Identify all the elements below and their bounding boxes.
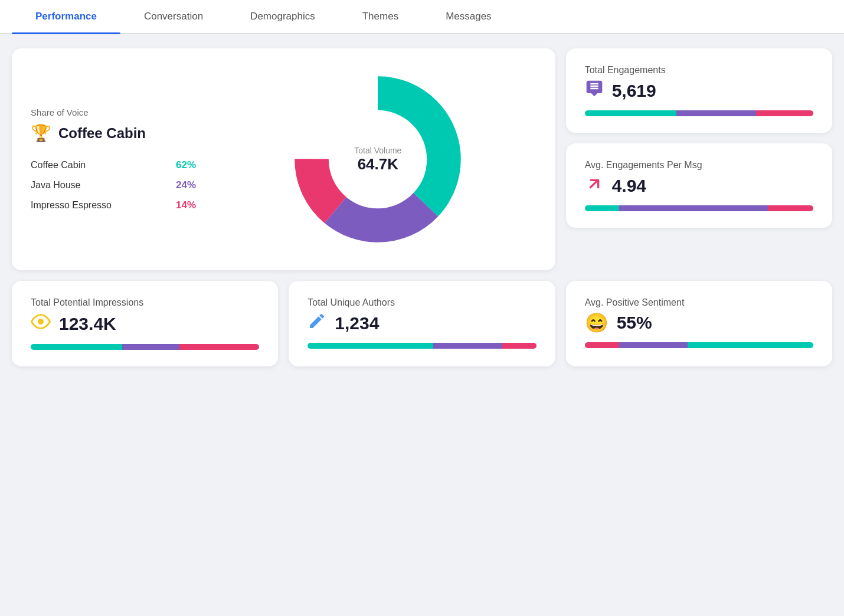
total-engagements-row: 5,619 <box>585 79 813 102</box>
sov-item-name-1: Java House <box>31 180 81 191</box>
avg-engagements-card: Avg. Engagements Per Msg 4.94 <box>566 143 832 228</box>
avg-engagements-title: Avg. Engagements Per Msg <box>585 160 813 171</box>
sov-label: Share of Voice <box>31 107 196 117</box>
smile-icon: 😄 <box>585 312 609 334</box>
sov-items: Coffee Cabin 62% Java House 24% Impresso… <box>31 159 196 211</box>
avg-engagements-row: 4.94 <box>585 174 813 197</box>
tab-messages[interactable]: Messages <box>422 0 515 33</box>
tab-demographics[interactable]: Demographics <box>227 0 339 33</box>
sov-brand-name: Coffee Cabin <box>58 125 146 142</box>
total-authors-row: 1,234 <box>307 312 536 335</box>
sov-item-impresso: Impresso Espresso 14% <box>31 199 196 211</box>
avg-sentiment-bar <box>585 342 813 348</box>
share-of-voice-card: Share of Voice 🏆 Coffee Cabin Coffee Cab… <box>12 48 555 270</box>
total-authors-bar <box>307 343 536 349</box>
tab-conversation[interactable]: Conversation <box>120 0 227 33</box>
sov-item-pct-0: 62% <box>176 159 196 171</box>
trophy-icon: 🏆 <box>31 123 51 143</box>
avg-sentiment-card: Avg. Positive Sentiment 😄 55% <box>566 281 832 366</box>
eye-icon <box>31 312 51 336</box>
sov-item-pct-2: 14% <box>176 199 196 211</box>
sov-item-coffee-cabin: Coffee Cabin 62% <box>31 159 196 171</box>
total-impressions-bar <box>31 344 259 350</box>
svg-point-3 <box>38 319 44 325</box>
total-impressions-title: Total Potential Impressions <box>31 297 259 308</box>
donut-container: Total Volume 64.7K <box>283 65 472 254</box>
donut-center-label: Total Volume <box>354 146 401 155</box>
avg-sentiment-value: 55% <box>617 313 652 333</box>
avg-sentiment-row: 😄 55% <box>585 312 813 334</box>
total-impressions-card: Total Potential Impressions 123.4K <box>12 281 278 366</box>
tab-themes[interactable]: Themes <box>339 0 422 33</box>
total-authors-card: Total Unique Authors 1,234 <box>289 281 555 366</box>
total-impressions-value: 123.4K <box>59 314 116 334</box>
sov-brand: 🏆 Coffee Cabin <box>31 123 196 143</box>
tab-performance[interactable]: Performance <box>12 0 120 33</box>
sov-item-name-0: Coffee Cabin <box>31 160 86 171</box>
donut-center: Total Volume 64.7K <box>354 146 401 173</box>
sov-item-pct-1: 24% <box>176 179 196 191</box>
donut-center-value: 64.7K <box>358 155 398 173</box>
total-engagements-card: Total Engagements 5,619 <box>566 48 832 133</box>
total-engagements-bar <box>585 110 813 116</box>
total-engagements-title: Total Engagements <box>585 65 813 76</box>
total-authors-value: 1,234 <box>335 313 379 333</box>
total-engagements-value: 5,619 <box>612 81 656 101</box>
total-authors-title: Total Unique Authors <box>307 297 536 308</box>
nav-tabs: Performance Conversation Demographics Th… <box>0 0 844 34</box>
sov-donut-chart: Total Volume 64.7K <box>220 65 537 254</box>
chat-icon <box>585 79 604 102</box>
pencil-icon <box>307 312 326 335</box>
sov-left-panel: Share of Voice 🏆 Coffee Cabin Coffee Cab… <box>31 107 196 211</box>
sov-item-java-house: Java House 24% <box>31 179 196 191</box>
dashboard: Share of Voice 🏆 Coffee Cabin Coffee Cab… <box>0 34 844 381</box>
avg-engagements-value: 4.94 <box>612 176 646 196</box>
total-impressions-row: 123.4K <box>31 312 259 336</box>
avg-engagements-bar <box>585 205 813 211</box>
avg-sentiment-title: Avg. Positive Sentiment <box>585 297 813 308</box>
sov-item-name-2: Impresso Espresso <box>31 200 112 211</box>
arrow-up-icon <box>585 174 604 197</box>
right-column: Total Engagements 5,619 Avg. Engagements… <box>566 48 832 270</box>
